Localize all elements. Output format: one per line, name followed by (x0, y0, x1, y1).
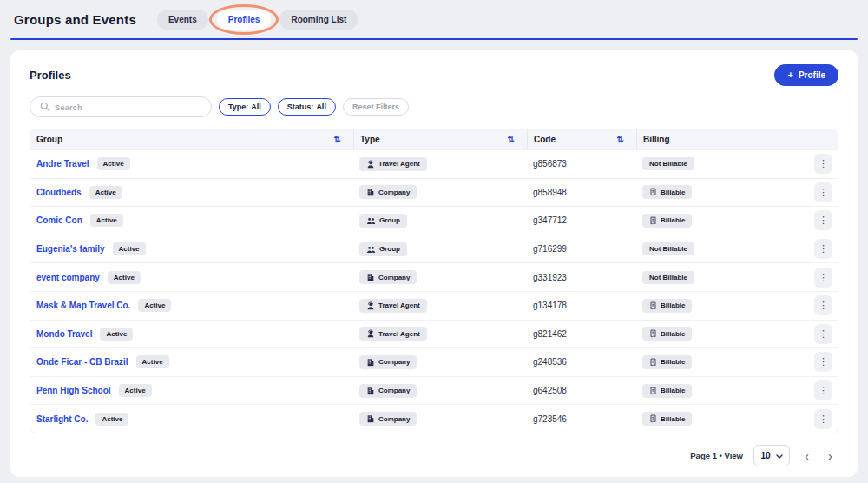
type-badge-label: Company (378, 358, 410, 366)
table-header-row: Group ⇅ Type ⇅ Code ⇅ Billing (30, 129, 838, 149)
tab-events[interactable]: Events (157, 10, 208, 30)
reset-filters-button[interactable]: Reset Filters (343, 98, 409, 116)
type-badge: Company (359, 270, 417, 284)
column-header-billing[interactable]: Billing (636, 129, 803, 149)
type-badge: Company (359, 185, 417, 199)
group-cell: Comic Con Active (30, 214, 353, 227)
sort-icon[interactable]: ⇅ (508, 135, 515, 144)
code-cell: g858948 (527, 188, 636, 197)
billing-cell: Not Billable (636, 242, 803, 255)
chevron-down-icon (776, 451, 783, 460)
filters-row: Type: All Status: All Reset Filters (30, 96, 838, 117)
group-link[interactable]: Comic Con (36, 215, 82, 225)
prev-page-button[interactable]: ‹ (800, 449, 813, 462)
group-cell: Starlight Co. Active (30, 413, 353, 426)
group-link[interactable]: Cloudbeds (36, 188, 82, 197)
row-menu-button[interactable]: ⋮ (814, 295, 832, 315)
filter-status-chip[interactable]: Status: All (278, 98, 336, 116)
status-badge: Active (136, 355, 169, 368)
column-header-code[interactable]: Code ⇅ (527, 129, 636, 149)
status-badge: Active (90, 214, 123, 227)
group-cell: Eugenia's family Active (30, 242, 353, 255)
group-link[interactable]: event company (36, 273, 100, 282)
billing-badge-label: Not Billable (649, 160, 687, 168)
group-link[interactable]: Andre Travel (36, 159, 89, 169)
kebab-icon: ⋮ (819, 385, 828, 396)
group-icon (366, 216, 376, 225)
type-badge-label: Company (378, 189, 410, 196)
filter-type-chip[interactable]: Type: All (219, 98, 271, 116)
tab-profiles[interactable]: Profiles (217, 10, 272, 30)
type-badge-label: Travel Agent (378, 301, 420, 309)
page-title: Groups and Events (14, 12, 136, 27)
status-badge: Active (113, 242, 146, 255)
group-link[interactable]: Mondo Travel (36, 329, 92, 339)
row-menu-button[interactable]: ⋮ (814, 268, 832, 288)
actions-cell: ⋮ (803, 154, 838, 174)
billing-cell: Not Billable (636, 157, 803, 170)
kebab-icon: ⋮ (819, 215, 828, 226)
receipt-icon (649, 301, 657, 310)
kebab-icon: ⋮ (819, 187, 828, 198)
billing-cell: Billable (636, 384, 803, 398)
row-menu-button[interactable]: ⋮ (814, 324, 832, 344)
search-box[interactable] (30, 96, 212, 117)
type-badge-label: Travel Agent (378, 160, 420, 168)
profiles-table: Group ⇅ Type ⇅ Code ⇅ Billing Andre Trav… (30, 129, 838, 433)
search-icon (40, 99, 49, 115)
code-cell: g856873 (527, 159, 636, 169)
group-link[interactable]: Onde Ficar - CB Brazil (36, 357, 128, 367)
billing-badge: Billable (642, 412, 692, 426)
type-cell: Company (353, 185, 527, 199)
code-cell: g331923 (527, 273, 636, 282)
group-cell: Onde Ficar - CB Brazil Active (30, 355, 353, 368)
type-badge-label: Company (378, 415, 410, 423)
code-cell: g134178 (527, 301, 636, 310)
row-menu-button[interactable]: ⋮ (814, 210, 832, 230)
billing-badge-label: Billable (661, 387, 685, 394)
type-cell: Travel Agent (353, 157, 527, 171)
row-menu-button[interactable]: ⋮ (814, 352, 832, 372)
page-size-select[interactable]: 10 (753, 445, 790, 466)
type-cell: Company (353, 412, 527, 426)
type-cell: Company (353, 384, 527, 398)
column-label: Group (36, 135, 62, 144)
column-label: Billing (643, 135, 670, 144)
column-header-group[interactable]: Group ⇅ (30, 129, 353, 149)
table-row: Eugenia's family Active Group g716299 No… (30, 235, 838, 263)
code-cell: g347712 (527, 215, 636, 225)
receipt-icon (649, 387, 657, 395)
group-link[interactable]: Mask & Map Travel Co. (36, 301, 130, 310)
add-profile-button[interactable]: + Profile (774, 64, 838, 86)
group-link[interactable]: Starlight Co. (36, 414, 88, 424)
billing-badge-label: Billable (661, 415, 685, 423)
type-cell: Travel Agent (353, 299, 527, 313)
column-header-type[interactable]: Type ⇅ (353, 129, 527, 149)
company-icon (366, 358, 375, 367)
next-page-button[interactable]: › (824, 449, 837, 462)
billing-badge: Not Billable (642, 271, 694, 284)
group-link[interactable]: Penn High School (36, 386, 111, 395)
group-link[interactable]: Eugenia's family (36, 244, 105, 254)
row-menu-button[interactable]: ⋮ (814, 409, 832, 429)
kebab-icon: ⋮ (819, 243, 828, 255)
type-badge-label: Group (379, 216, 400, 224)
billing-badge: Not Billable (642, 157, 694, 170)
actions-cell: ⋮ (803, 295, 838, 315)
sort-icon[interactable]: ⇅ (334, 135, 341, 144)
row-menu-button[interactable]: ⋮ (814, 239, 832, 259)
row-menu-button[interactable]: ⋮ (814, 182, 832, 202)
kebab-icon: ⋮ (819, 328, 828, 340)
row-menu-button[interactable]: ⋮ (814, 154, 832, 174)
kebab-icon: ⋮ (819, 300, 828, 311)
search-input[interactable] (55, 103, 201, 112)
actions-cell: ⋮ (803, 210, 838, 230)
tab-rooming-list[interactable]: Rooming List (279, 10, 358, 30)
billing-cell: Billable (636, 355, 803, 369)
sort-icon[interactable]: ⇅ (617, 135, 624, 144)
row-menu-button[interactable]: ⋮ (814, 380, 832, 400)
type-badge: Travel Agent (359, 157, 427, 171)
table-row: Onde Ficar - CB Brazil Active Company g2… (30, 347, 838, 376)
table-row: Mask & Map Travel Co. Active Travel Agen… (30, 291, 838, 320)
billing-badge: Billable (642, 384, 692, 398)
